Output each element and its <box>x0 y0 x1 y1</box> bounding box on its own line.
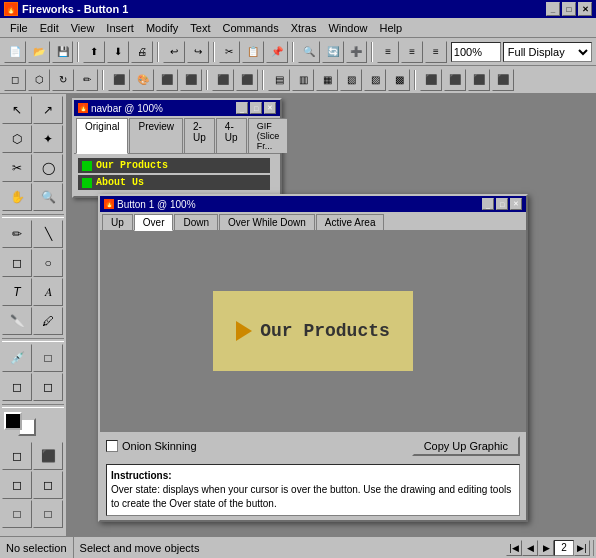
menu-help[interactable]: Help <box>374 20 409 36</box>
tool-zoom[interactable]: 🔍 <box>33 183 63 211</box>
menu-view[interactable]: View <box>65 20 101 36</box>
align-left-button[interactable]: ≡ <box>377 41 399 63</box>
redo-button[interactable]: ↪ <box>187 41 209 63</box>
tool-arrange8[interactable]: ⬛ <box>444 69 466 91</box>
tool-slice[interactable]: ⬛ <box>33 442 63 470</box>
navbar-minimize[interactable]: _ <box>236 102 248 114</box>
menu-modify[interactable]: Modify <box>140 20 184 36</box>
tool-select-arrow[interactable]: ↖ <box>2 96 32 124</box>
menu-file[interactable]: File <box>4 20 34 36</box>
align-right-button[interactable]: ≡ <box>425 41 447 63</box>
copy-button[interactable]: 📋 <box>242 41 264 63</box>
tool-knife[interactable]: 🔪 <box>2 307 32 335</box>
export-button[interactable]: ⬇ <box>107 41 129 63</box>
tool-group[interactable]: ⬛ <box>212 69 234 91</box>
tool-hand[interactable]: ✋ <box>2 183 32 211</box>
maximize-button[interactable]: □ <box>562 2 576 16</box>
paste-button[interactable]: 📌 <box>266 41 288 63</box>
tool-arrange4[interactable]: ▧ <box>340 69 362 91</box>
new-button[interactable]: 📄 <box>4 41 26 63</box>
tool-ellipse[interactable]: ○ <box>33 249 63 277</box>
undo-button[interactable]: ↩ <box>163 41 185 63</box>
menu-text[interactable]: Text <box>184 20 216 36</box>
tool-ungroup[interactable]: ⬛ <box>236 69 258 91</box>
find-button[interactable]: 🔍 <box>298 41 320 63</box>
menu-xtras[interactable]: Xtras <box>285 20 323 36</box>
zoom-in-button[interactable]: ➕ <box>346 41 368 63</box>
button1-minimize[interactable]: _ <box>482 198 494 210</box>
tab-active-area[interactable]: Active Area <box>316 214 385 230</box>
tab-over[interactable]: Over <box>134 214 174 231</box>
navbar-maximize[interactable]: □ <box>250 102 262 114</box>
tool-crop[interactable]: ✂ <box>2 154 32 182</box>
tool-lasso[interactable]: ⬡ <box>2 125 32 153</box>
zoom-input[interactable] <box>451 42 501 62</box>
nav-last-button[interactable]: ▶| <box>574 540 590 556</box>
button1-maximize[interactable]: □ <box>496 198 508 210</box>
replace-button[interactable]: 🔄 <box>322 41 344 63</box>
tool-pen[interactable]: 𝐴 <box>33 278 63 306</box>
tool-align[interactable]: ⬛ <box>180 69 202 91</box>
tool-flip[interactable]: ⬛ <box>156 69 178 91</box>
print-button[interactable]: 🖨 <box>131 41 153 63</box>
menu-window[interactable]: Window <box>322 20 373 36</box>
tool-arrange7[interactable]: ⬛ <box>420 69 442 91</box>
tool-marquee[interactable]: ◯ <box>33 154 63 182</box>
tool-scale[interactable]: ⬛ <box>108 69 130 91</box>
tool-arrange10[interactable]: ⬛ <box>492 69 514 91</box>
copy-up-graphic-button[interactable]: Copy Up Graphic <box>412 436 520 456</box>
tool-line[interactable]: ╲ <box>33 220 63 248</box>
tool-paint-bucket[interactable]: 🖊 <box>33 307 63 335</box>
nav-first-button[interactable]: |◀ <box>506 540 522 556</box>
button1-close[interactable]: ✕ <box>510 198 522 210</box>
tool-rectangle[interactable]: ◻ <box>2 249 32 277</box>
tab-2up[interactable]: 2-Up <box>184 118 215 153</box>
tab-down[interactable]: Down <box>174 214 218 230</box>
navbar-item-products[interactable]: Our Products <box>78 158 270 173</box>
tool-smudge[interactable]: ◻ <box>33 373 63 401</box>
tool-show-hide[interactable]: ◻ <box>2 471 32 499</box>
tool-rectangle-hotspot[interactable]: ◻ <box>2 442 32 470</box>
nav-next-button[interactable]: ▶ <box>538 540 554 556</box>
menu-edit[interactable]: Edit <box>34 20 65 36</box>
tool-color[interactable]: 🎨 <box>132 69 154 91</box>
tool-text[interactable]: T <box>2 278 32 306</box>
menu-commands[interactable]: Commands <box>216 20 284 36</box>
tab-gif-slice[interactable]: GIF (Slice Fr... <box>248 118 289 153</box>
tab-over-while-down[interactable]: Over While Down <box>219 214 315 230</box>
tool-select2[interactable]: ⬡ <box>28 69 50 91</box>
tool-magic-wand[interactable]: ✦ <box>33 125 63 153</box>
tool-sym1[interactable]: □ <box>2 500 32 528</box>
display-select[interactable]: Full Display <box>503 42 592 62</box>
tool-arrange5[interactable]: ▨ <box>364 69 386 91</box>
menu-insert[interactable]: Insert <box>100 20 140 36</box>
tool-sym2[interactable]: □ <box>33 500 63 528</box>
tool-behavior[interactable]: ◻ <box>33 471 63 499</box>
tool-pencil[interactable]: ✏ <box>2 220 32 248</box>
minimize-button[interactable]: _ <box>546 2 560 16</box>
tab-up[interactable]: Up <box>102 214 133 230</box>
align-center-button[interactable]: ≡ <box>401 41 423 63</box>
nav-prev-button[interactable]: ◀ <box>522 540 538 556</box>
tab-4up[interactable]: 4-Up <box>216 118 247 153</box>
tool-arrange6[interactable]: ▩ <box>388 69 410 91</box>
tool-select1[interactable]: ◻ <box>4 69 26 91</box>
tool-eraser[interactable]: ◻ <box>2 373 32 401</box>
tool-rotate[interactable]: ↻ <box>52 69 74 91</box>
save-button[interactable]: 💾 <box>52 41 74 63</box>
tool-arrange1[interactable]: ▤ <box>268 69 290 91</box>
tool-eyedropper[interactable]: 💉 <box>2 344 32 372</box>
navbar-close[interactable]: ✕ <box>264 102 276 114</box>
tool-rubber-stamp[interactable]: □ <box>33 344 63 372</box>
onion-skinning-checkbox[interactable] <box>106 440 118 452</box>
close-button[interactable]: ✕ <box>578 2 592 16</box>
navbar-item-about[interactable]: About Us <box>78 175 270 190</box>
cut-button[interactable]: ✂ <box>219 41 241 63</box>
tab-original[interactable]: Original <box>76 118 128 154</box>
tool-arrange9[interactable]: ⬛ <box>468 69 490 91</box>
tool-path[interactable]: ✏ <box>76 69 98 91</box>
tool-subselect[interactable]: ↗ <box>33 96 63 124</box>
stroke-color[interactable] <box>4 412 22 430</box>
tab-preview[interactable]: Preview <box>129 118 183 153</box>
tool-arrange3[interactable]: ▦ <box>316 69 338 91</box>
